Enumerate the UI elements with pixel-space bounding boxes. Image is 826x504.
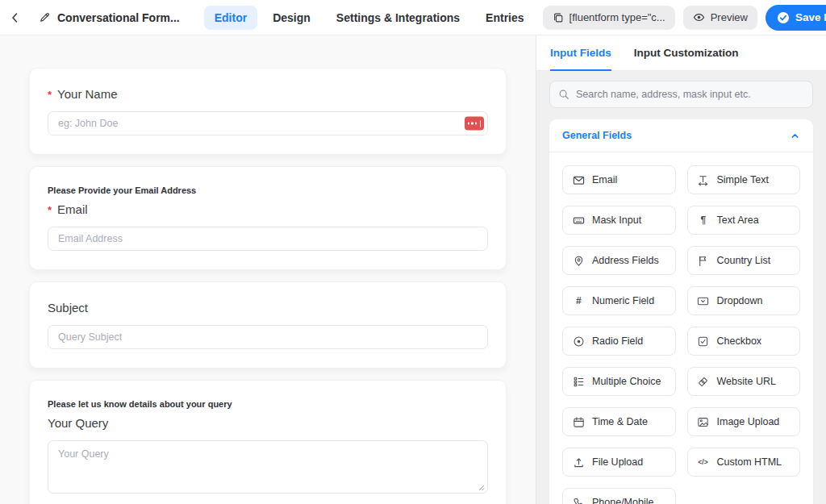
keyboard-icon [572,215,585,227]
tab-label: Editor [215,11,247,24]
field-type-button-numeric-field[interactable]: #Numeric Field [562,286,676,315]
field-type-button-custom-html[interactable]: </>Custom HTML [687,448,801,477]
general-fields-header[interactable]: General Fields [549,119,813,152]
sidebar-body: General Fields EmailSimple TextMask Inpu… [536,71,826,504]
image-icon [697,416,710,428]
required-asterisk: * [48,204,52,216]
flag-icon [697,255,710,267]
form-field-card-subject[interactable]: Subject [29,281,507,369]
check-circle-icon [777,11,790,24]
name-input[interactable] [48,111,488,135]
upload-icon [572,456,585,469]
section-title: General Fields [562,130,632,141]
sidebar: Input FieldsInput Customization General … [536,35,826,504]
field-label: Your Query [48,416,108,430]
form-title-wrap[interactable]: Conversational Form... [26,11,193,24]
shortcode-button[interactable]: [fluentform type="c... [543,6,675,30]
field-label: Subject [48,301,88,314]
chevron-left-icon [9,11,22,24]
list-choice-icon [572,376,585,388]
tab-editor[interactable]: Editor [204,6,257,30]
field-type-button-website-url[interactable]: Website URL [687,367,801,396]
search-input[interactable] [549,81,813,108]
eye-icon [693,11,705,23]
link-icon [697,376,710,388]
field-type-button-email[interactable]: Email [562,165,676,194]
field-type-label: Time & Date [592,416,648,427]
field-type-label: Address Fields [592,255,659,266]
field-type-label: Multiple Choice [592,376,661,387]
preview-button[interactable]: Preview [683,6,757,30]
field-type-label: Phone/Mobile [592,497,653,504]
tab-label: Entries [486,11,524,24]
field-type-label: Simple Text [717,174,769,185]
field-label: Your Name [57,87,118,101]
field-type-button-checkbox[interactable]: Checkbox [687,327,801,356]
page-title: Conversational Form... [57,11,180,24]
field-type-button-image-upload[interactable]: Image Upload [687,407,801,436]
field-type-button-country-list[interactable]: Country List [687,246,801,275]
sidebar-tab-label: Input Customization [634,47,739,59]
topbar: Conversational Form... EditorDesignSetti… [0,0,826,35]
text-width-icon [697,174,710,186]
field-type-button-text-area[interactable]: ¶Text Area [687,206,801,235]
field-helper-text: Please Provide your Email Address [48,185,488,195]
field-type-button-simple-text[interactable]: Simple Text [687,165,801,194]
checkbox-icon [697,335,710,348]
top-tabs: EditorDesignSettings & IntegrationsEntri… [204,6,535,30]
field-buttons-grid: EmailSimple TextMask Input¶Text AreaAddr… [549,152,813,504]
hash-icon: # [572,295,585,306]
field-search [549,81,813,108]
sidebar-tab-input-customization[interactable]: Input Customization [634,35,739,70]
chevron-up-icon [790,131,800,141]
field-helper-text: Please let us know details about your qu… [48,399,488,409]
calendar-icon [572,416,585,428]
email-input[interactable] [48,227,488,251]
preview-label: Preview [711,11,748,23]
field-type-button-radio-field[interactable]: Radio Field [562,327,676,356]
tab-entries[interactable]: Entries [475,6,534,30]
phone-icon [572,497,585,504]
field-type-button-time-date[interactable]: Time & Date [562,407,676,436]
envelope-icon [572,174,585,186]
shortcode-label: [fluentform type="c... [569,11,665,23]
field-type-button-mask-input[interactable]: Mask Input [562,206,676,235]
field-label: Email [57,202,88,216]
pilcrow-icon: ¶ [697,215,710,226]
field-type-button-phone-mobile[interactable]: Phone/Mobile [562,488,676,504]
field-type-button-file-upload[interactable]: File Upload [562,448,676,477]
tab-label: Design [273,11,311,24]
field-type-label: Country List [717,255,771,266]
field-type-button-multiple-choice[interactable]: Multiple Choice [562,367,676,396]
query-textarea[interactable] [48,440,488,494]
field-type-label: Checkbox [717,335,762,347]
save-form-label: Save Form [795,11,826,23]
input-cursor-badge[interactable] [465,117,484,131]
field-type-label: Text Area [717,215,759,226]
subject-input[interactable] [48,325,488,349]
tab-design[interactable]: Design [262,6,321,30]
select-caret-icon [697,295,710,307]
save-form-button[interactable]: Save Form [766,5,826,31]
search-icon [558,89,569,100]
form-field-card-query[interactable]: Please let us know details about your qu… [29,380,507,504]
general-fields-panel: General Fields EmailSimple TextMask Inpu… [549,119,813,504]
sidebar-tab-label: Input Fields [550,47,611,59]
field-type-label: File Upload [592,456,643,468]
field-type-button-dropdown[interactable]: Dropdown [687,286,801,315]
sidebar-tabs: Input FieldsInput Customization [536,35,826,71]
form-canvas: * Your Name Please Provide your Email Ad… [0,35,536,504]
back-button[interactable] [5,7,26,28]
sidebar-tab-input-fields[interactable]: Input Fields [550,35,611,70]
tab-settings-integrations[interactable]: Settings & Integrations [326,6,470,30]
code-icon: </> [697,458,710,466]
field-type-button-address-fields[interactable]: Address Fields [562,246,676,275]
tab-label: Settings & Integrations [336,11,460,24]
required-asterisk: * [48,89,52,101]
field-type-label: Email [592,174,617,185]
field-type-label: Website URL [717,376,776,387]
form-field-card-name[interactable]: * Your Name [29,68,507,155]
copy-icon [553,12,564,23]
field-type-label: Custom HTML [717,456,782,468]
form-field-card-email[interactable]: Please Provide your Email Address * Emai… [29,166,507,270]
